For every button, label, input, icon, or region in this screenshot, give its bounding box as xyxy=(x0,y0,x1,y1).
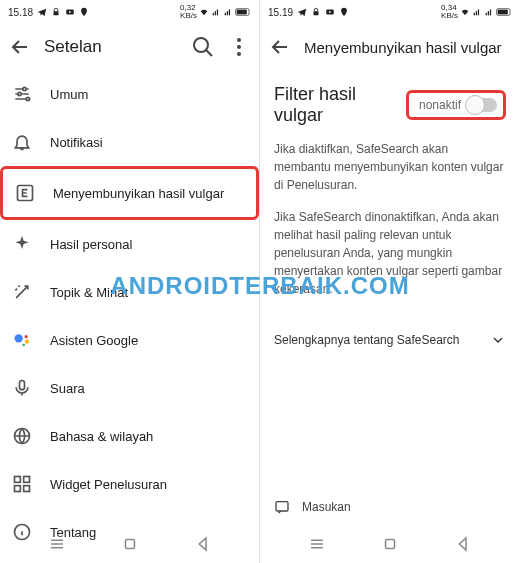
item-label: Notifikasi xyxy=(50,135,103,150)
svg-point-13 xyxy=(237,52,241,56)
statusbar-left: 15.18 0,32KB/s xyxy=(0,0,259,24)
wand-icon xyxy=(12,282,32,302)
svg-point-11 xyxy=(237,38,241,42)
svg-point-16 xyxy=(26,97,29,100)
svg-rect-30 xyxy=(314,11,319,15)
signal-icon xyxy=(211,7,221,17)
globe-icon xyxy=(12,426,32,446)
signal2-icon xyxy=(484,7,494,17)
appbar-left: Setelan xyxy=(0,24,259,70)
settings-item-topik-minat[interactable]: Topik & Minat xyxy=(0,268,259,316)
svg-rect-29 xyxy=(125,540,134,549)
svg-point-18 xyxy=(15,334,23,342)
speed-indicator: 0,34KB/s xyxy=(441,4,458,20)
bell-icon xyxy=(12,132,32,152)
item-label: Suara xyxy=(50,381,85,396)
svg-point-12 xyxy=(237,45,241,49)
settings-item-hasil-personal[interactable]: Hasil personal xyxy=(0,220,259,268)
settings-item-umum[interactable]: Umum xyxy=(0,70,259,118)
tune-icon xyxy=(12,84,32,104)
more-button[interactable] xyxy=(227,35,251,59)
svg-rect-6 xyxy=(227,11,228,15)
search-button[interactable] xyxy=(191,35,215,59)
filter-title: Filter hasil vulgar xyxy=(274,84,406,126)
nav-back[interactable] xyxy=(194,535,212,553)
item-label: Bahasa & wilayah xyxy=(50,429,153,444)
lock-icon xyxy=(311,7,321,17)
sparkle-icon xyxy=(12,234,32,254)
switch-icon xyxy=(467,98,497,112)
item-label: Umum xyxy=(50,87,88,102)
wifi-icon xyxy=(460,7,470,17)
svg-rect-35 xyxy=(486,13,487,15)
item-label: Asisten Google xyxy=(50,333,138,348)
settings-item-notifikasi[interactable]: Notifikasi xyxy=(0,118,259,166)
signal-icon xyxy=(472,7,482,17)
page-title: Menyembunyikan hasil vulgar xyxy=(304,39,512,56)
nav-home[interactable] xyxy=(121,535,139,553)
svg-point-19 xyxy=(25,335,28,338)
appbar-right: Menyembunyikan hasil vulgar xyxy=(260,24,520,70)
location-icon xyxy=(339,7,349,17)
svg-point-15 xyxy=(18,92,21,95)
battery-icon xyxy=(496,7,512,17)
item-label: Widget Penelusuran xyxy=(50,477,167,492)
svg-rect-39 xyxy=(498,10,507,14)
svg-rect-27 xyxy=(24,486,30,492)
chevron-down-icon xyxy=(490,332,506,348)
svg-rect-36 xyxy=(488,11,489,15)
svg-point-21 xyxy=(22,344,25,347)
telegram-icon xyxy=(297,7,307,17)
back-button[interactable] xyxy=(268,35,292,59)
lock-icon xyxy=(51,7,61,17)
filter-toggle[interactable]: nonaktif xyxy=(406,90,506,120)
svg-rect-41 xyxy=(385,540,394,549)
feedback-button[interactable]: Masukan xyxy=(260,487,520,527)
svg-rect-26 xyxy=(15,486,21,492)
youtube-icon xyxy=(325,7,335,17)
mic-icon xyxy=(12,378,32,398)
svg-rect-24 xyxy=(15,477,21,483)
filter-description-off: Jika SafeSearch dinonaktifkan, Anda akan… xyxy=(274,208,506,298)
svg-rect-0 xyxy=(54,11,59,15)
feedback-label: Masukan xyxy=(302,500,351,514)
back-button[interactable] xyxy=(8,35,32,59)
settings-item-widget-penelusuran[interactable]: Widget Penelusuran xyxy=(0,460,259,508)
filter-description-on: Jika diaktifkan, SafeSearch akan membant… xyxy=(274,140,506,194)
widgets-icon xyxy=(12,474,32,494)
settings-item-suara[interactable]: Suara xyxy=(0,364,259,412)
nav-recent[interactable] xyxy=(308,535,326,553)
settings-item-bahasa-wilayah[interactable]: Bahasa & wilayah xyxy=(0,412,259,460)
settings-item-asisten-google[interactable]: Asisten Google xyxy=(0,316,259,364)
status-time: 15.19 xyxy=(268,7,293,18)
signal2-icon xyxy=(223,7,233,17)
svg-rect-25 xyxy=(24,477,30,483)
svg-point-20 xyxy=(25,340,29,344)
navbar-right xyxy=(260,529,520,559)
nav-recent[interactable] xyxy=(48,535,66,553)
svg-rect-3 xyxy=(215,11,216,15)
svg-rect-4 xyxy=(217,10,218,16)
svg-point-10 xyxy=(194,38,208,52)
telegram-icon xyxy=(37,7,47,17)
assistant-icon xyxy=(12,330,32,350)
status-time: 15.18 xyxy=(8,7,33,18)
settings-list: Umum Notifikasi Menyembunyikan hasil vul… xyxy=(0,70,259,563)
svg-rect-37 xyxy=(490,10,491,16)
toggle-state-label: nonaktif xyxy=(419,98,461,112)
nav-back[interactable] xyxy=(454,535,472,553)
explicit-icon xyxy=(15,183,35,203)
svg-rect-32 xyxy=(474,13,475,15)
svg-rect-9 xyxy=(237,10,246,14)
svg-rect-7 xyxy=(229,10,230,16)
settings-item-menyembunyikan[interactable]: Menyembunyikan hasil vulgar xyxy=(0,166,259,220)
svg-rect-5 xyxy=(225,13,226,15)
svg-rect-22 xyxy=(20,381,25,390)
feedback-icon xyxy=(274,499,290,515)
learn-more-safesearch[interactable]: Selengkapnya tentang SafeSearch xyxy=(260,318,520,362)
youtube-icon xyxy=(65,7,75,17)
statusbar-right: 15.19 0,34KB/s xyxy=(260,0,520,24)
nav-home[interactable] xyxy=(381,535,399,553)
location-icon xyxy=(79,7,89,17)
svg-rect-34 xyxy=(478,10,479,16)
